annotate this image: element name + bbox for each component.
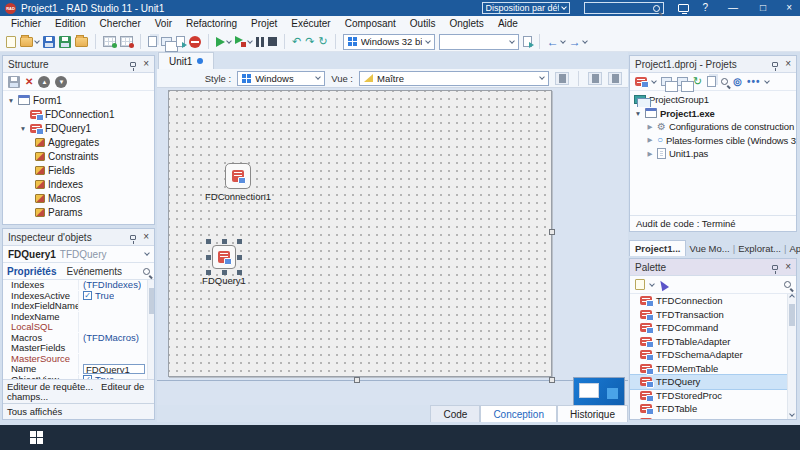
delete-view-button[interactable] bbox=[608, 72, 622, 85]
property-row[interactable]: MasterSource bbox=[3, 354, 154, 365]
selection-handle[interactable] bbox=[237, 255, 242, 260]
tree-item-project1-exe[interactable]: ▼ Project1.exe bbox=[630, 107, 796, 121]
bind-visually-button[interactable] bbox=[588, 72, 602, 85]
layout-selector[interactable]: Disposition par défaut bbox=[482, 2, 570, 14]
close-button[interactable]: × bbox=[786, 0, 792, 16]
inspector-scrollbar[interactable] bbox=[147, 280, 154, 379]
delete-item-icon[interactable]: ✕ bbox=[25, 76, 33, 87]
palette-item-tfdconnection[interactable]: TFDConnection bbox=[630, 294, 796, 308]
titlebar-search-box[interactable] bbox=[584, 2, 664, 14]
scrollbar-thumb[interactable] bbox=[149, 288, 154, 314]
navigate-forward-button[interactable]: → bbox=[569, 36, 587, 48]
form-design-surface[interactable]: FDConnection1 FDQuery1 bbox=[168, 90, 552, 377]
remove-table-icon[interactable] bbox=[120, 36, 133, 47]
menu-fichier[interactable]: Fichier bbox=[4, 16, 48, 32]
form-resize-handle-bottom[interactable] bbox=[354, 377, 360, 383]
expand-icon[interactable]: ▶ bbox=[646, 150, 654, 158]
search-icon[interactable] bbox=[143, 268, 150, 275]
menu-onglets[interactable]: Onglets bbox=[442, 16, 490, 32]
view-selector[interactable]: Maître bbox=[359, 71, 549, 86]
selection-handle[interactable] bbox=[237, 239, 242, 244]
scroll-up-icon[interactable] bbox=[789, 294, 795, 300]
add-table-icon[interactable] bbox=[103, 36, 116, 47]
menu-refactoring[interactable]: Refactoring bbox=[179, 16, 244, 32]
close-icon[interactable]: × bbox=[785, 59, 791, 69]
menu-edition[interactable]: Edition bbox=[48, 16, 93, 32]
copy-icon[interactable] bbox=[148, 36, 157, 47]
form-resize-handle-corner[interactable] bbox=[549, 377, 555, 383]
palette-item-tfdschemaadapter[interactable]: TFDSchemaAdapter bbox=[630, 348, 796, 362]
tree-item-fdconnection1[interactable]: FDConnection1 bbox=[3, 107, 154, 121]
tree-item-unit1-pas[interactable]: ▶ Unit1.pas bbox=[630, 147, 796, 161]
tab-project1[interactable]: Project1... bbox=[629, 240, 686, 256]
tree-item-fdquery1[interactable]: ▼ FDQuery1 bbox=[3, 121, 154, 135]
run-without-debugging-button[interactable] bbox=[235, 36, 252, 47]
tab-conception[interactable]: Conception bbox=[480, 405, 557, 422]
menu-aide[interactable]: Aide bbox=[491, 16, 525, 32]
form-resize-handle-right[interactable] bbox=[549, 229, 555, 235]
palette-item-tfdmemtable[interactable]: TFDMemTable bbox=[630, 362, 796, 376]
property-row[interactable]: ObjectView ✓True bbox=[3, 375, 154, 380]
search-icon[interactable] bbox=[784, 281, 791, 288]
palette-item-tfdquery[interactable]: TFDQuery bbox=[630, 375, 796, 389]
checkbox-icon[interactable]: ✓ bbox=[83, 375, 92, 379]
palette-item-tfdcommand[interactable]: TFDCommand bbox=[630, 321, 796, 335]
start-button[interactable] bbox=[30, 431, 43, 444]
tab-evenements[interactable]: Evénements bbox=[66, 266, 133, 277]
tree-item-params[interactable]: Params bbox=[3, 205, 154, 219]
scrollbar-thumb[interactable] bbox=[789, 304, 795, 326]
scroll-down-icon[interactable] bbox=[789, 411, 795, 417]
pause-icon[interactable] bbox=[256, 37, 264, 47]
deploy-icon[interactable] bbox=[523, 36, 532, 47]
collapse-icon[interactable]: ▼ bbox=[7, 97, 15, 104]
component-fdconnection1[interactable] bbox=[225, 163, 251, 189]
tab-vue-modele[interactable]: Vue Mo... bbox=[686, 241, 732, 256]
tree-item-configurations[interactable]: ▶ ⚙ Configurations de construction (Debu… bbox=[630, 120, 796, 134]
name-property-input[interactable] bbox=[83, 364, 145, 374]
close-icon[interactable]: × bbox=[143, 59, 149, 69]
tree-item-macros[interactable]: Macros bbox=[3, 191, 154, 205]
step-over-icon[interactable]: ↶ bbox=[292, 36, 301, 47]
desktop-layout-icon[interactable] bbox=[678, 4, 689, 12]
no-entry-icon[interactable] bbox=[189, 36, 201, 48]
selection-handle[interactable] bbox=[206, 255, 211, 260]
pin-icon[interactable] bbox=[772, 62, 778, 67]
component-fdquery1[interactable] bbox=[212, 245, 236, 269]
save-project-icon[interactable] bbox=[75, 37, 88, 47]
help-button[interactable]: ? bbox=[703, 0, 709, 16]
tree-item-fields[interactable]: Fields bbox=[3, 163, 154, 177]
palette-item-tfdstoredproc[interactable]: TFDStoredProc bbox=[630, 389, 796, 403]
new-view-button[interactable] bbox=[555, 72, 569, 85]
pin-icon[interactable] bbox=[130, 62, 136, 67]
tree-item-indexes[interactable]: Indexes bbox=[3, 177, 154, 191]
cascade-windows-icon[interactable] bbox=[161, 37, 172, 46]
navigate-back-button[interactable]: ← bbox=[547, 36, 565, 48]
pin-icon[interactable] bbox=[130, 235, 136, 240]
tab-historique[interactable]: Historique bbox=[557, 405, 628, 422]
menu-voir[interactable]: Voir bbox=[148, 16, 179, 32]
style-selector[interactable]: Windows bbox=[237, 71, 325, 86]
run-until-return-icon[interactable]: ↻ bbox=[318, 36, 327, 47]
checkbox-icon[interactable]: ✓ bbox=[83, 291, 92, 300]
property-row[interactable]: LocalSQL bbox=[3, 322, 154, 333]
pin-icon[interactable] bbox=[772, 265, 778, 270]
tab-unit1[interactable]: Unit1 bbox=[158, 52, 214, 69]
component-fdquery1-selection[interactable] bbox=[208, 241, 240, 273]
property-row[interactable]: Name bbox=[3, 364, 154, 375]
new-file-icon[interactable] bbox=[6, 36, 16, 48]
close-icon[interactable]: × bbox=[143, 232, 149, 242]
tab-proprietes[interactable]: Propriétés bbox=[7, 266, 56, 277]
move-down-icon[interactable]: ▼ bbox=[55, 76, 67, 88]
tree-item-projectgroup[interactable]: ProjectGroup1 bbox=[630, 93, 796, 107]
search-icon[interactable] bbox=[721, 78, 728, 85]
sync-files-icon[interactable] bbox=[176, 36, 185, 47]
build-icon[interactable] bbox=[707, 76, 716, 87]
refresh-icon[interactable]: ↻ bbox=[693, 76, 702, 87]
palette-item-tfdtransaction[interactable]: TFDTransaction bbox=[630, 308, 796, 322]
property-row[interactable]: Macros (TFDMacros) bbox=[3, 333, 154, 344]
cursor-icon[interactable] bbox=[657, 278, 669, 291]
platform-selector[interactable]: Windows 32 bits bbox=[343, 34, 435, 50]
new-component-icon[interactable] bbox=[635, 279, 645, 290]
property-row[interactable]: IndexName bbox=[3, 312, 154, 323]
tab-code[interactable]: Code bbox=[430, 405, 480, 422]
